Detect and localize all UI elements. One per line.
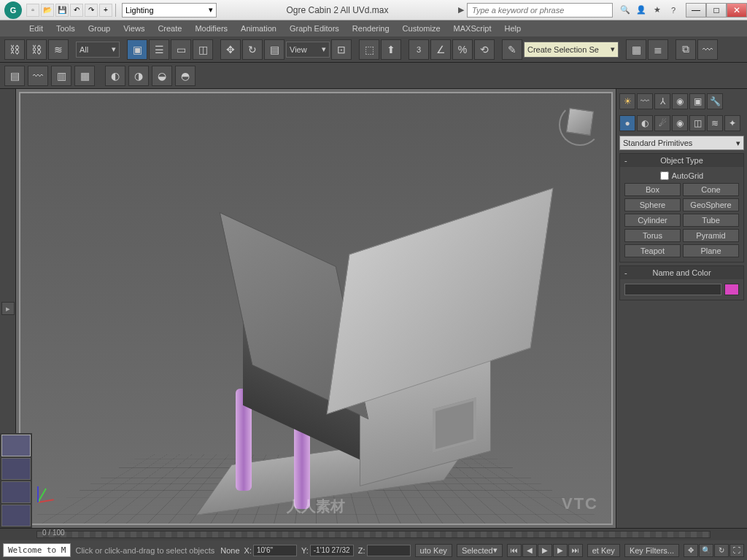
manipulate-button[interactable]: ⬚ <box>359 39 379 60</box>
hierarchy-tab-icon[interactable]: ⅄ <box>654 93 670 109</box>
menu-edit[interactable]: Edit <box>29 24 43 33</box>
rotate-button[interactable]: ↻ <box>242 39 263 60</box>
tube-button[interactable]: Tube <box>683 214 739 227</box>
teapot-btn-4[interactable]: ◓ <box>175 66 196 86</box>
rollout-header[interactable]: - Name and Color <box>620 266 743 279</box>
create-tab-sun-icon[interactable]: ☀ <box>619 93 635 109</box>
graphite-btn-3[interactable]: ▥ <box>51 66 71 86</box>
open-icon[interactable]: 📂 <box>41 4 54 17</box>
goto-start-button[interactable]: ⏮ <box>507 544 522 557</box>
lights-icon[interactable]: ☄ <box>654 115 670 131</box>
binoculars-icon[interactable]: 🔍 <box>619 4 632 17</box>
redo-icon[interactable]: ↷ <box>85 4 98 17</box>
cameras-icon[interactable]: ◉ <box>672 115 688 131</box>
torus-button[interactable]: Torus <box>624 229 681 242</box>
prev-frame-button[interactable]: ◀ <box>522 544 537 557</box>
teapot-btn-2[interactable]: ◑ <box>128 66 149 86</box>
link-icon[interactable]: ⛓ <box>4 39 25 60</box>
selected-dropdown[interactable]: Selected ▾ <box>457 544 503 557</box>
plane-button[interactable]: Plane <box>683 244 739 257</box>
zoom-button[interactable]: 🔍 <box>699 544 713 557</box>
timeline[interactable]: 0 / 100 <box>0 529 747 540</box>
box-button[interactable]: Box <box>624 183 681 196</box>
edit-named-sel-button[interactable]: ✎ <box>502 39 522 60</box>
z-input[interactable] <box>367 545 411 556</box>
window-crossing-button[interactable]: ◫ <box>193 39 213 60</box>
keyfilters-button[interactable]: Key Filters... <box>624 544 679 557</box>
plus-icon[interactable]: + <box>99 4 112 17</box>
mini-viewport[interactable] <box>1 458 31 480</box>
select-region-button[interactable]: ▭ <box>171 39 191 60</box>
expand-strip-button[interactable]: ▸ <box>1 302 15 315</box>
geosphere-button[interactable]: GeoSphere <box>683 198 739 211</box>
play-button[interactable]: ▶ <box>538 544 552 557</box>
autogrid-checkbox[interactable]: AutoGrid <box>660 171 703 180</box>
mini-viewport[interactable] <box>1 481 31 503</box>
rollout-header[interactable]: - Object Type <box>620 154 743 167</box>
menu-maxscript[interactable]: MAXScript <box>454 24 492 33</box>
unlink-icon[interactable]: ⛓ <box>26 39 47 60</box>
spinner-snap-button[interactable]: ⟲ <box>474 39 495 60</box>
app-icon[interactable]: G <box>4 1 22 19</box>
menu-views[interactable]: Views <box>123 24 144 33</box>
workspace-dropdown[interactable]: Lighting ▾ <box>122 3 217 18</box>
utilities-tab-icon[interactable]: 🔧 <box>707 93 723 109</box>
undo-icon[interactable]: ↶ <box>70 4 83 17</box>
menu-grapheditors[interactable]: Graph Editors <box>290 24 339 33</box>
move-button[interactable]: ✥ <box>220 39 241 60</box>
motion-tab-icon[interactable]: ◉ <box>672 93 688 109</box>
x-input[interactable]: 10'6" <box>253 545 297 556</box>
selection-filter-dropdown[interactable]: All▾ <box>76 42 120 58</box>
orbit-button[interactable]: ↻ <box>714 544 729 557</box>
angle-snap-button[interactable]: ∠ <box>430 39 451 60</box>
geometry-icon[interactable]: ● <box>619 115 635 131</box>
star-icon[interactable]: ★ <box>651 4 664 17</box>
cone-button[interactable]: Cone <box>683 183 739 196</box>
graphite-btn-2[interactable]: 〰 <box>28 66 48 86</box>
snap-toggle-button[interactable]: 3 <box>409 39 429 60</box>
search-input[interactable] <box>467 3 613 18</box>
bind-icon[interactable]: ≋ <box>48 39 69 60</box>
new-icon[interactable]: ▫ <box>26 4 39 17</box>
curve-editor-button[interactable]: 〰 <box>697 39 718 60</box>
menu-tools[interactable]: Tools <box>56 24 75 33</box>
search-go-icon[interactable]: ▶ <box>458 5 464 15</box>
shapes-icon[interactable]: ◐ <box>637 115 653 131</box>
modify-tab-icon[interactable]: 〰 <box>637 93 653 109</box>
viewcube[interactable] <box>559 104 601 146</box>
menu-animation[interactable]: Animation <box>241 24 276 33</box>
systems-icon[interactable]: ✦ <box>724 115 740 131</box>
save-icon[interactable]: 💾 <box>55 4 69 17</box>
next-frame-button[interactable]: ▶ <box>553 544 568 557</box>
ref-coord-dropdown[interactable]: View▾ <box>286 42 330 58</box>
mini-viewport[interactable] <box>1 435 31 456</box>
menu-rendering[interactable]: Rendering <box>352 24 390 33</box>
setkey-button[interactable]: et Key <box>587 544 620 557</box>
graphite-btn-1[interactable]: ▤ <box>4 66 25 86</box>
perspective-viewport[interactable]: VTC 人人素材 <box>19 92 613 525</box>
helpers-icon[interactable]: ◫ <box>689 115 705 131</box>
select-object-button[interactable]: ▣ <box>127 39 147 60</box>
object-name-input[interactable] <box>624 284 721 295</box>
graphite-btn-4[interactable]: ▦ <box>74 66 95 86</box>
menu-modifiers[interactable]: Modifiers <box>195 24 228 33</box>
spacewarps-icon[interactable]: ≋ <box>707 115 723 131</box>
select-name-button[interactable]: ☰ <box>149 39 169 60</box>
pan-button[interactable]: ✥ <box>684 544 698 557</box>
teapot-btn-1[interactable]: ◐ <box>105 66 125 86</box>
cylinder-button[interactable]: Cylinder <box>624 214 681 227</box>
close-button[interactable]: ✕ <box>727 3 747 18</box>
menu-customize[interactable]: Customize <box>403 24 441 33</box>
scale-button[interactable]: ▤ <box>264 39 285 60</box>
keyboard-shortcut-button[interactable]: ⬆ <box>381 39 401 60</box>
display-tab-icon[interactable]: ▣ <box>689 93 705 109</box>
layers-button[interactable]: ⧉ <box>676 39 696 60</box>
menu-create[interactable]: Create <box>158 24 182 33</box>
object-color-swatch[interactable] <box>724 284 739 295</box>
pivot-button[interactable]: ⊡ <box>331 39 352 60</box>
menu-group[interactable]: Group <box>88 24 111 33</box>
signin-icon[interactable]: 👤 <box>635 4 648 17</box>
goto-end-button[interactable]: ⏭ <box>568 544 583 557</box>
viewcube-cube[interactable] <box>566 108 594 136</box>
teapot-btn-3[interactable]: ◒ <box>152 66 172 86</box>
